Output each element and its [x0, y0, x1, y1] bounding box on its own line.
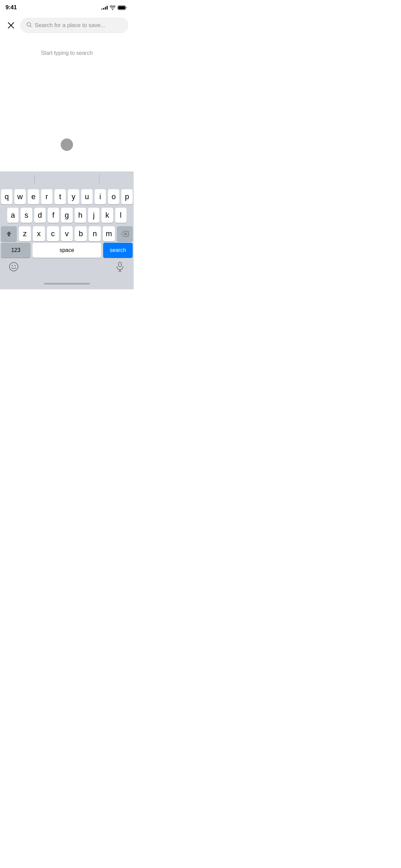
battery-icon: [118, 5, 127, 10]
emoji-button[interactable]: [7, 260, 21, 274]
key-m[interactable]: m: [103, 226, 115, 241]
close-button[interactable]: [5, 20, 16, 31]
keyboard-bottom-row: 123 space search: [0, 243, 134, 259]
key-p[interactable]: p: [121, 189, 133, 204]
key-s[interactable]: s: [21, 208, 32, 223]
search-header: [0, 15, 134, 37]
key-a[interactable]: a: [7, 208, 19, 223]
svg-rect-6: [119, 262, 121, 267]
signal-icon: [101, 5, 108, 10]
mic-button[interactable]: [113, 260, 127, 274]
key-n[interactable]: n: [89, 226, 101, 241]
status-icons: [101, 5, 127, 10]
search-key[interactable]: search: [103, 243, 133, 258]
key-r[interactable]: r: [41, 189, 52, 204]
wifi-icon: [110, 5, 116, 10]
delete-key[interactable]: [117, 226, 133, 241]
numbers-key[interactable]: 123: [1, 243, 31, 258]
keyboard-rows: q w e r t y u i o p a s d f g h j k l: [0, 186, 134, 243]
key-g[interactable]: g: [61, 208, 72, 223]
svg-point-5: [15, 265, 16, 266]
key-u[interactable]: u: [81, 189, 93, 204]
keyboard-extras: [0, 259, 134, 278]
key-j[interactable]: j: [88, 208, 99, 223]
key-e[interactable]: e: [28, 189, 39, 204]
empty-state-text: Start typing to search: [41, 50, 93, 56]
key-z[interactable]: z: [19, 226, 31, 241]
key-i[interactable]: i: [95, 189, 106, 204]
key-o[interactable]: o: [108, 189, 119, 204]
keyboard-handle-left: [34, 175, 35, 183]
key-x[interactable]: x: [33, 226, 45, 241]
key-f[interactable]: f: [48, 208, 59, 223]
keyboard-top-bar: [0, 171, 134, 186]
key-y[interactable]: y: [68, 189, 79, 204]
main-content: Start typing to search: [0, 37, 134, 151]
keyboard-row-3: z x c v b n m: [1, 226, 133, 241]
key-h[interactable]: h: [75, 208, 86, 223]
home-indicator-bar: [44, 283, 90, 285]
key-l[interactable]: l: [115, 208, 126, 223]
status-time: 9:41: [5, 4, 17, 11]
search-icon: [26, 22, 32, 29]
key-w[interactable]: w: [14, 189, 26, 204]
svg-point-4: [12, 265, 13, 266]
svg-point-3: [10, 263, 18, 271]
svg-rect-1: [118, 6, 125, 9]
key-v[interactable]: v: [61, 226, 73, 241]
key-c[interactable]: c: [47, 226, 59, 241]
keyboard: q w e r t y u i o p a s d f g h j k l: [0, 171, 134, 289]
keyboard-handle-right: [99, 175, 99, 183]
key-k[interactable]: k: [101, 208, 113, 223]
home-indicator: [0, 278, 134, 289]
key-t[interactable]: t: [54, 189, 66, 204]
search-bar[interactable]: [21, 18, 128, 33]
keyboard-row-1: q w e r t y u i o p: [1, 189, 133, 204]
key-b[interactable]: b: [75, 226, 87, 241]
loading-indicator: [61, 138, 73, 151]
key-q[interactable]: q: [1, 189, 12, 204]
space-key[interactable]: space: [33, 243, 101, 258]
key-d[interactable]: d: [34, 208, 46, 223]
search-input[interactable]: [35, 22, 122, 29]
status-bar: 9:41: [0, 0, 134, 15]
keyboard-row-2: a s d f g h j k l: [1, 208, 133, 223]
shift-key[interactable]: [1, 226, 17, 241]
